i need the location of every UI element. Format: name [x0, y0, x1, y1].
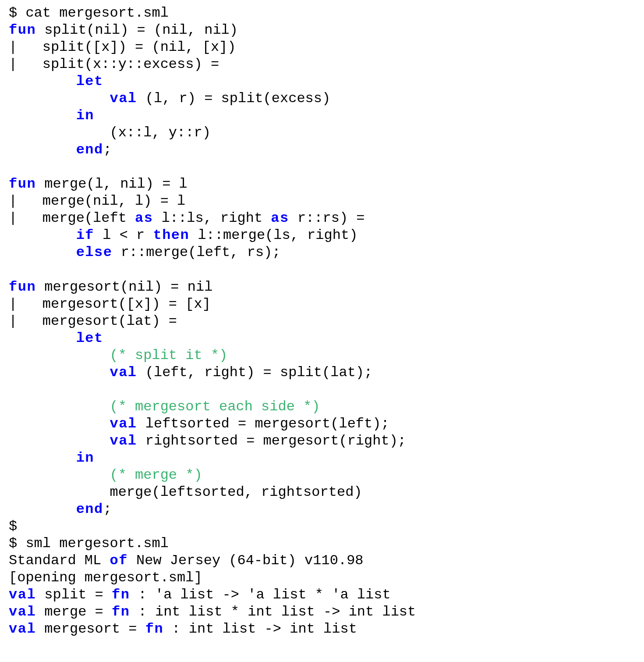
keyword-token: val	[9, 587, 36, 603]
code-line: val rightsorted = mergesort(right);	[9, 432, 635, 449]
code-line: val mergesort = fn : int list -> int lis…	[9, 620, 635, 637]
text-token: l < r	[94, 227, 153, 243]
text-token: ;	[103, 501, 112, 517]
text-token	[9, 107, 76, 124]
text-token: rightsorted = mergesort(right);	[137, 433, 407, 449]
code-line: $ sml mergesort.sml	[9, 535, 635, 552]
keyword-token: let	[76, 73, 103, 89]
code-line: if l < r then l::merge(ls, right)	[9, 227, 635, 244]
code-line: | merge(left as l::ls, right as r::rs) =	[9, 210, 635, 227]
code-line: | merge(nil, l) = l	[9, 192, 635, 210]
text-token: | merge(nil, l) = l	[9, 193, 185, 209]
code-line	[9, 261, 635, 278]
text-token: split(nil) = (nil, nil)	[36, 22, 238, 38]
code-line: $	[9, 518, 635, 535]
text-token: New Jersey (64-bit) v110.98	[128, 552, 364, 569]
code-line: (* mergesort each side *)	[9, 398, 635, 415]
text-token	[9, 467, 110, 483]
code-line: | mergesort(lat) =	[9, 313, 635, 330]
keyword-token: in	[76, 450, 94, 466]
keyword-token: fun	[9, 176, 36, 192]
keyword-token: end	[76, 142, 103, 158]
code-line: val split = fn : 'a list -> 'a list * 'a…	[9, 586, 635, 603]
text-token: : int list * int list -> int list	[130, 604, 416, 620]
code-line	[9, 158, 635, 175]
code-line: val (left, right) = split(lat);	[9, 364, 635, 381]
keyword-token: end	[76, 501, 103, 517]
comment-token: (* mergesort each side *)	[110, 399, 320, 415]
text-token: $ cat mergesort.sml	[9, 5, 169, 21]
keyword-token: in	[76, 107, 94, 124]
text-token: | mergesort(lat) =	[9, 313, 177, 329]
text-token: Standard ML	[9, 552, 110, 569]
text-token: : int list -> int list	[163, 621, 357, 637]
code-line: end;	[9, 501, 635, 518]
text-token: | split([x]) = (nil, [x])	[9, 39, 236, 55]
comment-token: (* split it *)	[110, 347, 227, 363]
text-token: $	[9, 518, 17, 534]
code-line: fun merge(l, nil) = l	[9, 175, 635, 192]
text-token: : 'a list -> 'a list * 'a list	[130, 587, 390, 603]
code-line: val leftsorted = mergesort(left);	[9, 415, 635, 432]
code-line: merge(leftsorted, rightsorted)	[9, 484, 635, 501]
text-token	[9, 416, 110, 432]
keyword-token: let	[76, 330, 103, 346]
text-token	[9, 227, 76, 243]
keyword-token: fn	[112, 587, 130, 603]
keyword-token: val	[9, 621, 36, 637]
code-line: | split(x::y::excess) =	[9, 56, 635, 73]
text-token	[9, 244, 76, 260]
text-token: ;	[103, 142, 112, 158]
text-token: [opening mergesort.sml]	[9, 569, 202, 586]
keyword-token: if	[76, 227, 94, 243]
code-line: (x::l, y::r)	[9, 124, 635, 141]
text-token	[9, 73, 76, 89]
code-line: fun split(nil) = (nil, nil)	[9, 21, 635, 39]
code-line: let	[9, 330, 635, 347]
code-line: in	[9, 107, 635, 124]
code-line: | split([x]) = (nil, [x])	[9, 39, 635, 56]
code-line: let	[9, 73, 635, 90]
text-token	[9, 142, 76, 158]
keyword-token: val	[110, 433, 137, 449]
code-line: fun mergesort(nil) = nil	[9, 278, 635, 295]
text-token	[9, 450, 76, 466]
keyword-token: then	[153, 227, 189, 243]
text-token: mergesort =	[36, 621, 145, 637]
keyword-token: else	[76, 244, 113, 260]
text-token	[9, 399, 110, 415]
keyword-token: val	[9, 604, 36, 620]
text-token	[9, 501, 76, 517]
code-listing: $ cat mergesort.smlfun split(nil) = (nil…	[0, 0, 644, 662]
code-line: $ cat mergesort.sml	[9, 4, 635, 21]
text-token: l::ls, right	[153, 210, 271, 226]
keyword-token: val	[110, 364, 137, 381]
code-line: [opening mergesort.sml]	[9, 569, 635, 586]
code-line: (* merge *)	[9, 466, 635, 484]
keyword-token: of	[110, 552, 127, 569]
text-token: l::merge(ls, right)	[189, 227, 357, 243]
text-token: (left, right) = split(lat);	[137, 364, 373, 381]
text-token	[9, 433, 110, 449]
text-token: (x::l, y::r)	[9, 125, 211, 141]
keyword-token: as	[135, 210, 153, 226]
code-line: | mergesort([x]) = [x]	[9, 295, 635, 313]
text-token: leftsorted = mergesort(left);	[137, 416, 389, 432]
keyword-token: fun	[9, 279, 36, 295]
code-line: Standard ML of New Jersey (64-bit) v110.…	[9, 552, 635, 569]
text-token: merge(l, nil) = l	[36, 176, 188, 192]
text-token	[9, 330, 76, 346]
text-token: r::rs) =	[289, 210, 365, 226]
code-line: in	[9, 449, 635, 466]
code-line: val merge = fn : int list * int list -> …	[9, 603, 635, 620]
text-token	[9, 347, 110, 363]
text-token: (l, r) = split(excess)	[137, 90, 331, 107]
code-line	[9, 381, 635, 398]
code-line: end;	[9, 141, 635, 158]
text-token: merge(leftsorted, rightsorted)	[9, 484, 362, 500]
text-token: | merge(left	[9, 210, 135, 226]
keyword-token: fn	[145, 621, 163, 637]
keyword-token: val	[110, 416, 137, 432]
text-token: split =	[36, 587, 112, 603]
keyword-token: as	[271, 210, 289, 226]
